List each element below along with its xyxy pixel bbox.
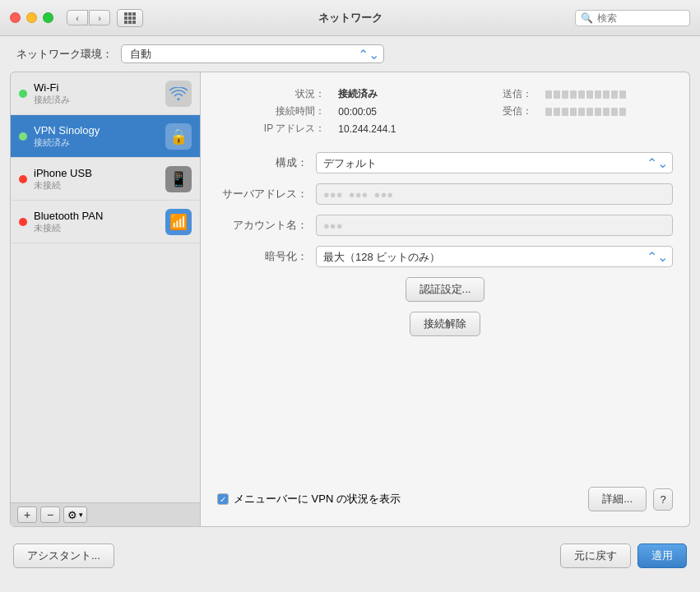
grid-view-button[interactable] [117,9,143,27]
sidebar: Wi-Fi 接続済み VPN Sinology 接続済み [10,72,201,527]
main-area: Wi-Fi 接続済み VPN Sinology 接続済み [0,72,700,537]
status-label: 状況： [217,87,325,101]
sidebar-list: Wi-Fi 接続済み VPN Sinology 接続済み [11,72,200,502]
account-label: アカウント名： [217,218,308,233]
sidebar-item-name-bluetooth: Bluetooth PAN [34,210,159,222]
status-value: 接続済み [338,87,443,101]
search-input[interactable] [597,12,684,24]
vpn-menu-label: メニューバーに VPN の状況を表示 [234,492,401,506]
send-value [545,90,673,99]
sidebar-item-vpn[interactable]: VPN Sinology 接続済み 🔒 [11,115,200,158]
status-dot-iphone [19,175,27,183]
sidebar-item-bluetooth[interactable]: Bluetooth PAN 未接続 📶 [11,201,200,243]
apply-button[interactable]: 適用 [637,543,687,568]
back-button[interactable]: ‹ [67,10,88,25]
sidebar-item-wifi[interactable]: Wi-Fi 接続済み [11,72,200,115]
server-row: サーバアドレス： [217,183,673,205]
server-input[interactable] [316,183,673,205]
sidebar-item-status-vpn: 接続済み [34,136,159,149]
add-connection-button[interactable]: + [17,506,37,523]
search-box[interactable]: 🔍 [575,10,690,26]
account-input[interactable] [316,215,673,236]
config-row: 構成： デフォルト ⌃⌄ [217,152,673,173]
status-table: 状況： 接続済み 送信： 接続時間： 00:00:05 受信： [217,87,673,136]
revert-button[interactable]: 元に戻す [560,543,631,568]
encrypt-row: 暗号化： 最大（128 ビットのみ） ⌃⌄ [217,246,673,267]
bottom-bar: ✓ メニューバーに VPN の状況を表示 詳細... ? [217,487,673,511]
sidebar-toolbar: + − ⚙ ▾ [11,502,200,526]
recv-blocks [545,108,673,116]
network-env-select[interactable]: 自動 [121,44,384,63]
titlebar: ‹ › ネットワーク 🔍 [0,0,700,36]
nav-buttons: ‹ › [67,10,110,25]
sidebar-item-name-wifi: Wi-Fi [34,81,159,94]
traffic-lights [10,12,53,23]
auth-settings-button[interactable]: 認証設定... [406,277,485,302]
network-env-select-wrap: 自動 ⌃⌄ [121,44,384,63]
help-button[interactable]: ? [653,488,673,511]
vpn-menu-checkbox-row: ✓ メニューバーに VPN の状況を表示 [217,492,580,506]
search-icon: 🔍 [581,12,593,24]
details-button[interactable]: 詳細... [588,487,647,511]
remove-connection-button[interactable]: − [40,506,60,523]
status-dot-wifi [19,90,27,98]
gear-icon: ⚙ [67,509,77,521]
grid-icon [124,12,136,24]
config-select[interactable]: デフォルト [316,152,673,173]
wifi-icon [165,81,192,107]
chevron-down-icon: ▾ [79,511,83,519]
network-env-label: ネットワーク環境： [16,47,113,62]
vpn-icon: 🔒 [165,123,192,150]
connection-time-label: 接続時間： [217,104,325,118]
sidebar-item-status-wifi: 接続済み [34,94,159,106]
server-label: サーバアドレス： [217,187,308,201]
ip-value: 10.244.244.1 [338,123,443,135]
sidebar-item-info-iphone: iPhone USB 未接続 [34,167,159,192]
sidebar-item-name-iphone: iPhone USB [34,167,159,179]
config-select-wrap: デフォルト ⌃⌄ [316,152,673,173]
send-label: 送信： [456,87,532,101]
auth-btn-row: 認証設定... [217,277,673,302]
footer-bar: アシスタント... 元に戻す 適用 [0,537,700,575]
sidebar-item-info-wifi: Wi-Fi 接続済み [34,81,159,106]
recv-value [545,108,673,116]
sidebar-item-name-vpn: VPN Sinology [34,124,159,136]
status-dot-bluetooth [19,218,27,226]
disconnect-button[interactable]: 接続解除 [410,312,480,336]
sidebar-item-info-vpn: VPN Sinology 接続済み [34,124,159,149]
recv-label: 受信： [456,104,532,118]
sidebar-item-status-iphone: 未接続 [34,179,159,192]
disconnect-btn-row: 接続解除 [217,312,673,336]
bluetooth-icon: 📶 [165,209,192,235]
encrypt-select-wrap: 最大（128 ビットのみ） ⌃⌄ [316,246,673,267]
detail-panel: 状況： 接続済み 送信： 接続時間： 00:00:05 受信： [201,72,690,527]
status-dot-vpn [19,132,27,141]
send-blocks [545,90,673,99]
assistant-button[interactable]: アシスタント... [13,543,114,568]
forward-button[interactable]: › [89,10,110,25]
phone-icon: 📱 [165,166,192,192]
vpn-menu-checkbox[interactable]: ✓ [217,493,229,505]
encrypt-select[interactable]: 最大（128 ビットのみ） [316,246,673,267]
encrypt-label: 暗号化： [217,249,308,264]
connection-time-value: 00:00:05 [338,106,443,118]
close-button[interactable] [10,12,21,23]
minimize-button[interactable] [26,12,37,23]
toolbar-row: ネットワーク環境： 自動 ⌃⌄ [0,36,700,72]
bottom-right-buttons: 詳細... ? [588,487,673,511]
ip-label: IP アドレス： [217,122,325,136]
settings-dropdown-button[interactable]: ⚙ ▾ [63,506,87,523]
sidebar-item-info-bluetooth: Bluetooth PAN 未接続 [34,210,159,234]
account-row: アカウント名： [217,215,673,236]
sidebar-item-status-bluetooth: 未接続 [34,222,159,234]
sidebar-item-iphone-usb[interactable]: iPhone USB 未接続 📱 [11,158,200,201]
config-label: 構成： [217,155,308,170]
fullscreen-button[interactable] [43,12,53,23]
window-title: ネットワーク [318,11,382,25]
